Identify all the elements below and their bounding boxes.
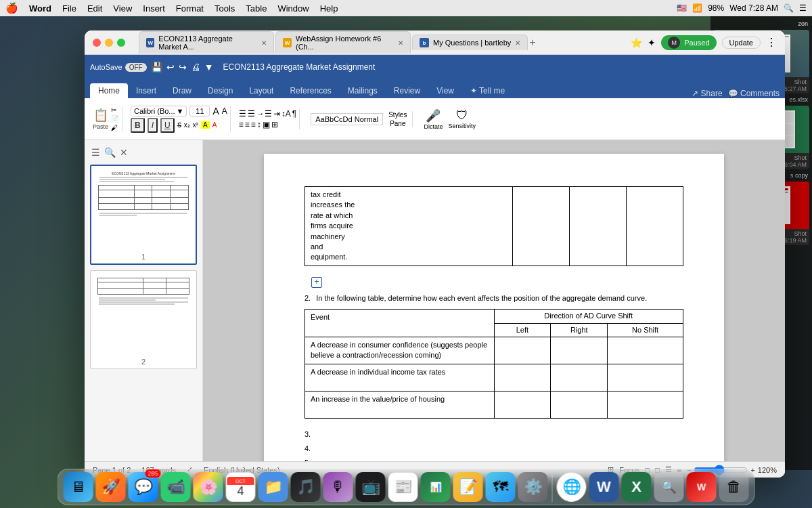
update-button[interactable]: Update (722, 37, 761, 49)
font-shrink-icon[interactable]: A (222, 106, 227, 116)
tab-review[interactable]: Review (386, 83, 428, 98)
paused-badge[interactable]: M Paused (661, 35, 716, 50)
starred-icon[interactable]: ✦ (648, 37, 656, 48)
left-cell-3[interactable] (494, 391, 551, 418)
thumb-close-panel-icon[interactable]: ✕ (120, 147, 128, 158)
thumbnail-page-1[interactable]: ECON2113 Aggregate Market Assignment (90, 165, 197, 265)
align-right-icon[interactable]: ⇥ (273, 109, 280, 119)
format-painter-icon[interactable]: 🖌 (111, 124, 119, 131)
superscript-icon[interactable]: x² (193, 121, 198, 129)
tab-bartleby-close[interactable]: ✕ (515, 39, 520, 47)
styles-pane-button[interactable]: Styles Pane (388, 111, 407, 127)
menubar-window[interactable]: Window (277, 3, 309, 14)
underline-button[interactable]: U (160, 118, 175, 133)
tab-tellme[interactable]: ✦ Tell me (462, 83, 513, 98)
maximize-button[interactable] (117, 39, 125, 47)
share-icon[interactable]: ⭐ (631, 37, 642, 48)
minimize-button[interactable] (105, 39, 113, 47)
thumb-search-icon[interactable]: 🔍 (104, 147, 116, 158)
tab-econ[interactable]: W ECON2113 Aggregate Market A... ✕ (139, 31, 274, 54)
menubar-word[interactable]: Word (29, 3, 51, 14)
dock-files[interactable]: 📁 (258, 472, 288, 502)
right-cell-3[interactable] (551, 391, 608, 418)
align-center-icon[interactable]: ≡ (245, 120, 250, 129)
menubar-edit[interactable]: Edit (87, 3, 102, 14)
paste-button[interactable]: 📋 Paste (93, 108, 108, 130)
apple-menu[interactable]: 🍎 (5, 2, 18, 14)
dock-search[interactable]: 🔍 (654, 472, 684, 502)
tab-bartleby[interactable]: b My Questions | bartleby ✕ (412, 35, 528, 50)
tab-webassign-close[interactable]: ✕ (398, 39, 403, 47)
tab-econ-close[interactable]: ✕ (261, 39, 267, 47)
indent-more-icon[interactable]: →☰ (256, 109, 272, 119)
menubar-tools[interactable]: Tools (215, 3, 235, 14)
no-shift-cell-3[interactable] (608, 391, 683, 418)
dock-excel[interactable]: X (622, 472, 652, 502)
font-grow-icon[interactable]: A (212, 106, 219, 117)
search-icon[interactable]: 🔍 (784, 3, 794, 13)
copy-icon[interactable]: 📄 (111, 115, 119, 123)
dock-trash[interactable]: 🗑 (719, 472, 749, 502)
new-tab-button[interactable]: + (529, 37, 535, 49)
dock-facetime[interactable]: 📹 (161, 472, 191, 502)
dock-word2[interactable]: W (687, 472, 717, 502)
autosave-toggle[interactable]: AutoSave OFF (90, 63, 147, 72)
right-cell-1[interactable] (551, 337, 608, 364)
dock-chrome[interactable]: 🌐 (557, 472, 587, 502)
dock-notes[interactable]: 📝 (453, 472, 483, 502)
tab-webassign[interactable]: W WebAssign Homework #6 (Ch... ✕ (275, 31, 411, 54)
left-cell-2[interactable] (494, 364, 551, 391)
numbering-icon[interactable]: ☰ (248, 109, 255, 119)
main-document[interactable]: tax creditincreases therate at whichfirm… (203, 140, 785, 461)
dock-finder[interactable]: 🖥 (64, 472, 93, 502)
dictate-button[interactable]: 🎤 Dictate (424, 108, 443, 130)
sensitivity-button[interactable]: 🛡 Sensitivity (448, 108, 476, 129)
autosave-state[interactable]: OFF (125, 63, 147, 72)
menubar-insert[interactable]: Insert (143, 3, 165, 14)
sort-icon[interactable]: ↕A (281, 109, 291, 119)
pilcrow-icon[interactable]: ¶ (292, 109, 296, 119)
undo-icon[interactable]: ↩ (166, 62, 175, 72)
dock-numbers[interactable]: 📊 (421, 472, 451, 502)
dock-messages[interactable]: 💬 285 (129, 472, 158, 502)
borders-icon[interactable]: ⊞ (271, 120, 278, 129)
menubar-format[interactable]: Format (176, 3, 204, 14)
control-center-icon[interactable]: ☰ (799, 3, 807, 13)
line-spacing-icon[interactable]: ↕ (257, 120, 261, 129)
add-content-button[interactable]: + (311, 277, 322, 288)
shading-icon[interactable]: ▣ (263, 120, 270, 129)
dock-settings[interactable]: ⚙️ (518, 472, 548, 502)
tab-mailings[interactable]: Mailings (340, 83, 386, 98)
font-dropdown-icon[interactable]: ▼ (177, 107, 184, 115)
cut-icon[interactable]: ✂ (111, 106, 119, 114)
dock-maps[interactable]: 🗺 (486, 472, 516, 502)
dock-news[interactable]: 📰 (388, 472, 418, 502)
dock-photos[interactable]: 🌸 (194, 472, 223, 502)
tab-draw[interactable]: Draw (164, 83, 200, 98)
dock-word[interactable]: W (589, 472, 619, 502)
style-normal[interactable]: AaBbCcDd Normal (311, 113, 383, 125)
thumbnail-page-2[interactable]: 2 (90, 270, 197, 369)
no-shift-cell-2[interactable] (608, 364, 683, 391)
save-icon[interactable]: 💾 (151, 62, 162, 72)
left-cell-1[interactable] (494, 337, 551, 364)
bold-button[interactable]: B (131, 118, 145, 133)
italic-button[interactable]: I (148, 118, 158, 133)
more-options-icon[interactable]: ⋮ (766, 36, 777, 49)
font-color-icon[interactable]: A (212, 121, 217, 129)
comments-button[interactable]: 💬 Comments (728, 89, 780, 98)
highlight-icon[interactable]: A (201, 121, 210, 129)
customize-icon[interactable]: ▼ (204, 62, 214, 72)
menubar-table[interactable]: Table (246, 3, 267, 14)
tab-insert[interactable]: Insert (128, 83, 164, 98)
dock-podcasts[interactable]: 🎙 (323, 472, 353, 502)
dock-calendar[interactable]: OCT 4 (226, 472, 256, 502)
align-left-icon[interactable]: ≡ (239, 120, 244, 129)
share-button[interactable]: ↗ Share (692, 89, 722, 98)
right-cell-2[interactable] (551, 364, 608, 391)
font-name-selector[interactable]: Calibri (Bo... ▼ (131, 106, 187, 117)
tab-design[interactable]: Design (200, 83, 241, 98)
menubar-view[interactable]: View (113, 3, 132, 14)
tab-view[interactable]: View (428, 83, 462, 98)
dock-launchpad[interactable]: 🚀 (96, 472, 126, 502)
